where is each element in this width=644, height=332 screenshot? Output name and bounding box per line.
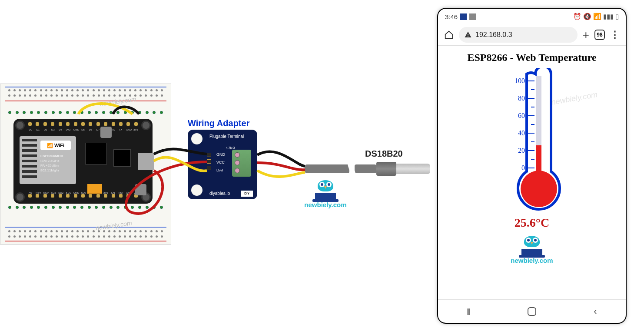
- temperature-reading: 25.6°C: [438, 216, 626, 230]
- brand-logo-block: newbiely.com: [438, 238, 626, 264]
- status-app-icon: [460, 13, 467, 20]
- owl-logo-icon: [313, 183, 338, 200]
- nav-back-button[interactable]: ‹: [594, 306, 597, 317]
- brand-logo-block: newbiely.com: [302, 183, 349, 208]
- svg-rect-3: [468, 36, 468, 37]
- phone-status-bar: 3:46 ⏰ 🔇 📶 ▮▮▮ ▯: [438, 9, 626, 24]
- brand-name: newbiely.com: [302, 201, 349, 208]
- status-indicators: ⏰ 🔇 📶 ▮▮▮ ▯: [573, 13, 619, 20]
- mcu-chip-icon: [85, 143, 107, 164]
- adapter-tag: DIY: [241, 191, 253, 197]
- sensor-probe-tip: [396, 164, 430, 174]
- new-tab-button[interactable]: +: [583, 28, 589, 42]
- svg-text:0: 0: [521, 164, 525, 171]
- micro-usb-port-icon: [138, 153, 154, 170]
- rail-holes: [8, 89, 163, 93]
- svg-text:80: 80: [518, 94, 525, 102]
- wiring-adapter-module: Plugable Terminal GND VCC DAT 4.7k Ω diy…: [188, 130, 257, 199]
- signal-icon: ▮▮▮: [603, 13, 614, 20]
- chip-name: ESP8266MOD: [40, 154, 63, 158]
- home-icon[interactable]: [444, 30, 454, 40]
- adapter-top-text: Plugable Terminal: [209, 134, 244, 139]
- sensor-probe-base: [376, 162, 396, 176]
- tab-count-button[interactable]: 98: [594, 30, 605, 40]
- nodemcu-esp8266-board: D0D1D2D3D43V3GNDD5D6D7D8RXTXGND3V3 A0RSV…: [13, 119, 153, 204]
- status-time: 3:46: [445, 13, 458, 20]
- wire-yellow: [257, 171, 305, 177]
- thermo-mercury: [536, 145, 541, 172]
- reset-button[interactable]: [135, 184, 146, 195]
- phone-mockup: 3:46 ⏰ 🔇 📶 ▮▮▮ ▯ 192.168.0.3 + 98 ⋮ ESP8…: [437, 8, 627, 324]
- screw-terminal: [232, 150, 251, 177]
- sensor-cable: [355, 164, 376, 173]
- resistor-label: 4.7k Ω: [226, 146, 235, 149]
- battery-icon: ▯: [615, 13, 619, 20]
- regulator-icon: [87, 184, 102, 194]
- adapter-title: Wiring Adapter: [188, 118, 249, 128]
- mute-icon: 🔇: [583, 13, 591, 20]
- chip-specs: ISM 2.4GHz PA +25dBm 802.11b/g/n: [40, 158, 63, 173]
- thermometer-widget: newbiely.com: [438, 68, 626, 264]
- svg-text:60: 60: [518, 112, 525, 119]
- svg-rect-2: [468, 34, 468, 36]
- adapter-header-pins: [207, 151, 213, 177]
- owl-logo-icon: [520, 238, 544, 256]
- wire-black: [257, 152, 305, 166]
- page-title: ESP8266 - Web Temperature: [438, 52, 626, 64]
- nav-home-button[interactable]: [528, 307, 536, 316]
- nav-recent-button[interactable]: |||: [467, 308, 469, 315]
- menu-button[interactable]: ⋮: [610, 29, 620, 40]
- wifi-icon: 📶: [593, 13, 601, 20]
- svg-text:40: 40: [518, 129, 525, 137]
- pin-label-vcc: VCC: [216, 160, 225, 164]
- url-field[interactable]: 192.168.0.3: [459, 27, 578, 43]
- url-text: 192.168.0.3: [475, 31, 512, 39]
- svg-text:20: 20: [518, 147, 525, 154]
- pin-label-gnd: GND: [216, 152, 225, 157]
- thermo-tick-labels: 0 20 40 60 80 100: [515, 77, 525, 171]
- usb-serial-chip-icon: [113, 149, 131, 167]
- sensor-label: DS18B20: [365, 149, 403, 159]
- brand-name: newbiely.com: [438, 257, 626, 264]
- pin-label-dat: DAT: [216, 168, 224, 172]
- adapter-brand: diyables.io: [209, 191, 230, 196]
- thermometer-svg: 0 20 40 60 80 100: [480, 68, 584, 216]
- wifi-logo: 📶 WiFi: [40, 141, 71, 150]
- svg-point-4: [521, 171, 557, 207]
- browser-address-bar: 192.168.0.3 + 98 ⋮: [438, 24, 626, 45]
- esp8266-shield: 📶 WiFi ESP8266MOD ISM 2.4GHz PA +25dBm 8…: [20, 136, 76, 184]
- sensor-cable: [305, 164, 349, 173]
- svg-text:100: 100: [515, 77, 525, 84]
- status-app-icon: [469, 13, 476, 20]
- phone-nav-bar: ||| ‹: [438, 299, 626, 323]
- insecure-warning-icon: [464, 31, 472, 39]
- alarm-icon: ⏰: [573, 13, 581, 20]
- flash-button[interactable]: [100, 127, 112, 138]
- breadboard: D0D1D2D3D43V3GNDD5D6D7D8RXTXGND3V3 A0RSV…: [0, 84, 171, 245]
- wire-red: [257, 163, 305, 170]
